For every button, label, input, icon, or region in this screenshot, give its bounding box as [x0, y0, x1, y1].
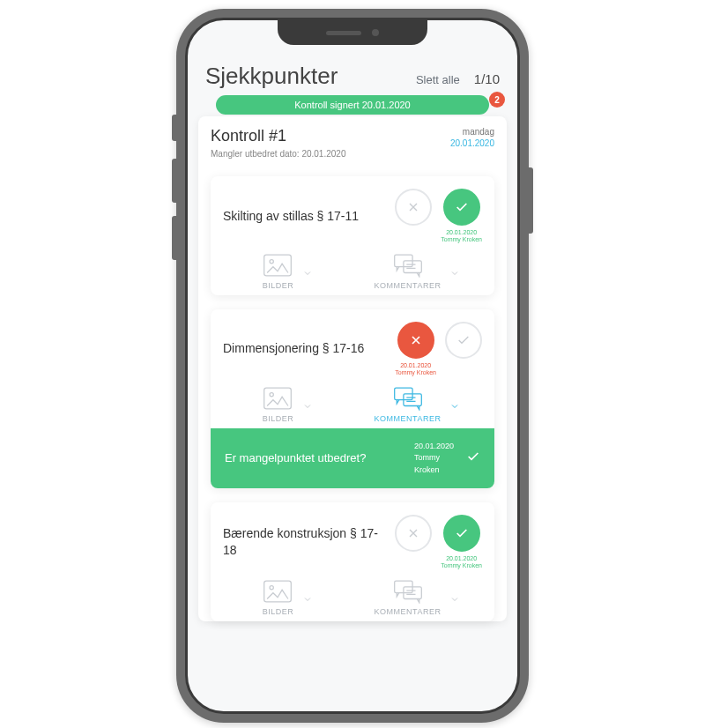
- volume-up-button: [172, 159, 176, 203]
- comments-label: KOMMENTARER: [375, 414, 442, 423]
- comments-toggle[interactable]: KOMMENTARER: [352, 253, 482, 290]
- checkpoint-item: Dimmensjonering § 17-16 20.01.2020Tommy …: [211, 309, 494, 488]
- sign-info: 20.01.2020Tommy Kroken: [441, 555, 482, 570]
- page-title: Sjekkpunkter: [205, 63, 338, 90]
- checkpoint-item: Skilting av stillas § 17-11: [211, 176, 494, 295]
- checkpoint-title: Dimmensjonering § 17-16: [223, 340, 388, 358]
- page-header: Sjekkpunkter Slett alle 1/10: [198, 59, 507, 95]
- comments-label: KOMMENTARER: [375, 281, 442, 290]
- chevron-down-icon: [449, 592, 460, 603]
- comment-icon: [393, 386, 423, 411]
- image-icon: [263, 386, 293, 411]
- control-header: Kontroll #1 Mangler utbedret dato: 20.01…: [211, 127, 494, 159]
- images-label: BILDER: [263, 414, 294, 423]
- images-label: BILDER: [263, 607, 294, 616]
- check-icon: [455, 200, 469, 214]
- sign-info: 20.01.2020Tommy Kroken: [441, 229, 482, 244]
- svg-rect-12: [264, 581, 292, 602]
- images-toggle[interactable]: BILDER: [223, 253, 352, 290]
- comments-toggle[interactable]: KOMMENTARER: [352, 386, 482, 423]
- delete-all-button[interactable]: Slett alle: [416, 73, 460, 86]
- x-icon: [406, 526, 420, 540]
- checkpoint-title: Skilting av stillas § 17-11: [223, 208, 388, 226]
- comment-icon: [393, 253, 423, 278]
- control-date: 20.01.2020: [450, 138, 494, 148]
- x-icon: [406, 200, 420, 214]
- app-screen: Sjekkpunkter Slett alle 1/10 Kontroll si…: [188, 20, 517, 711]
- fix-question-text: Er mangelpunktet utbedret?: [225, 450, 402, 466]
- chevron-down-icon: [302, 399, 313, 410]
- page-counter: 1/10: [474, 71, 500, 86]
- check-icon: [455, 526, 469, 540]
- images-label: BILDER: [263, 281, 294, 290]
- phone-notch: [278, 20, 427, 45]
- fail-button[interactable]: [397, 322, 434, 359]
- image-icon: [263, 253, 293, 278]
- comments-label: KOMMENTARER: [375, 607, 442, 616]
- control-subtitle: Mangler utbedret dato: 20.01.2020: [211, 149, 345, 159]
- chevron-down-icon: [449, 266, 460, 277]
- notification-badge[interactable]: 2: [489, 92, 505, 108]
- svg-point-1: [271, 259, 274, 263]
- comment-icon: [393, 579, 423, 604]
- pass-button[interactable]: [443, 189, 480, 226]
- volume-down-button: [172, 216, 176, 260]
- x-icon: [409, 333, 423, 347]
- svg-point-7: [271, 392, 274, 396]
- fix-confirm-button[interactable]: [466, 449, 480, 467]
- fail-button[interactable]: [395, 515, 432, 552]
- side-button: [172, 115, 176, 141]
- phone-frame: Sjekkpunkter Slett alle 1/10 Kontroll si…: [176, 9, 529, 723]
- pass-button[interactable]: [443, 515, 480, 552]
- checkpoint-title: Bærende konstruksjon § 17-18: [223, 525, 388, 560]
- chevron-down-icon: [449, 399, 460, 410]
- fix-question-bar[interactable]: Er mangelpunktet utbedret? 20.01.2020Tom…: [211, 428, 494, 489]
- images-toggle[interactable]: BILDER: [223, 579, 352, 616]
- comments-toggle[interactable]: KOMMENTARER: [352, 579, 482, 616]
- signed-banner-wrap: Kontroll signert 20.01.2020 2: [198, 95, 507, 115]
- chevron-down-icon: [302, 266, 313, 277]
- svg-rect-6: [264, 388, 292, 409]
- chevron-down-icon: [302, 592, 313, 603]
- image-icon: [263, 579, 293, 604]
- control-day: mandag: [450, 127, 494, 137]
- svg-rect-0: [264, 255, 292, 276]
- checkpoint-item: Bærende konstruksjon § 17-18: [211, 502, 494, 621]
- signed-banner: Kontroll signert 20.01.2020: [216, 95, 489, 115]
- images-toggle[interactable]: BILDER: [223, 386, 352, 423]
- fail-button[interactable]: [395, 189, 432, 226]
- check-icon: [456, 333, 471, 347]
- fix-info: 20.01.2020TommyKroken: [414, 441, 454, 477]
- power-button: [529, 167, 533, 234]
- control-card: Kontroll #1 Mangler utbedret dato: 20.01…: [198, 116, 507, 621]
- pass-button[interactable]: [445, 322, 482, 359]
- control-title: Kontroll #1: [211, 127, 345, 145]
- svg-point-13: [271, 585, 274, 589]
- sign-info: 20.01.2020Tommy Kroken: [395, 362, 436, 377]
- check-icon: [466, 449, 480, 464]
